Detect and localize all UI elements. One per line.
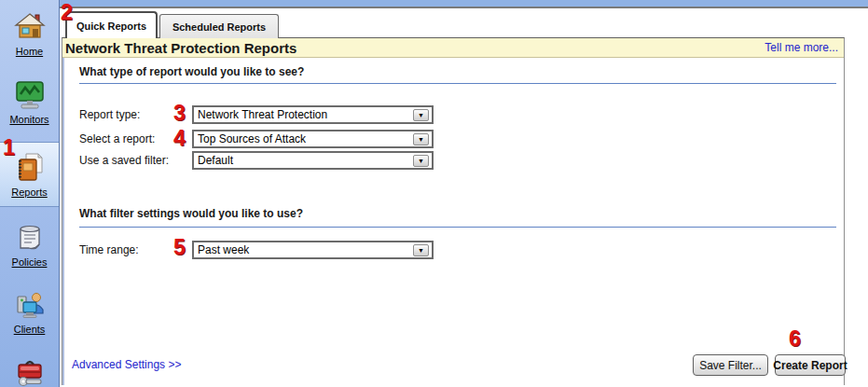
tab-label: Scheduled Reports: [172, 21, 266, 33]
saved-filter-label: Use a saved filter:: [79, 154, 169, 167]
sidebar-item-clients[interactable]: Clients: [0, 289, 59, 335]
navigation-sidebar: Home Monitors Reports Policies: [0, 0, 60, 387]
tab-label: Quick Reports: [76, 21, 146, 32]
policies-icon: [14, 222, 46, 254]
sidebar-item-monitors[interactable]: Monitors: [0, 79, 59, 125]
report-type-value: Network Threat Protection: [194, 108, 413, 121]
report-type-section-heading: What type of report would you like to se…: [79, 65, 304, 78]
filter-section-heading: What filter settings would you like to u…: [79, 207, 303, 220]
sidebar-item-policies[interactable]: Policies: [0, 222, 59, 268]
sidebar-item-label: Home: [16, 46, 43, 57]
admin-toolbox-icon: [14, 356, 46, 387]
advanced-settings-link[interactable]: Advanced Settings >>: [72, 358, 181, 371]
monitors-icon: [14, 79, 46, 111]
panel-content: What type of report would you like to se…: [62, 58, 844, 385]
saved-filter-value: Default: [194, 154, 413, 167]
page-title-bar: Network Threat Protection Reports Tell m…: [62, 38, 844, 58]
report-type-label: Report type:: [79, 108, 140, 121]
saved-filter-dropdown[interactable]: Default ▼: [192, 151, 434, 170]
time-range-label: Time range:: [79, 243, 139, 256]
clients-icon: [14, 289, 46, 321]
chevron-down-icon[interactable]: ▼: [413, 109, 429, 121]
sidebar-item-admin[interactable]: [0, 356, 59, 387]
tab-quick-reports[interactable]: Quick Reports: [65, 11, 158, 38]
chevron-down-icon[interactable]: ▼: [413, 133, 429, 145]
save-filter-button[interactable]: Save Filter...: [693, 354, 768, 376]
sidebar-item-label: Monitors: [9, 114, 48, 125]
chevron-down-icon[interactable]: ▼: [413, 244, 429, 256]
select-report-value: Top Sources of Attack: [194, 132, 413, 145]
tab-scheduled-reports[interactable]: Scheduled Reports: [159, 14, 279, 38]
page-title: Network Threat Protection Reports: [65, 40, 296, 56]
create-report-button[interactable]: Create Report: [775, 354, 846, 376]
sidebar-item-home[interactable]: Home: [0, 11, 59, 57]
home-icon: [14, 11, 46, 43]
report-type-dropdown[interactable]: Network Threat Protection ▼: [192, 105, 434, 124]
sidebar-item-reports[interactable]: Reports: [0, 142, 59, 207]
sidebar-item-label: Reports: [11, 187, 48, 198]
chevron-down-icon[interactable]: ▼: [413, 155, 429, 167]
time-range-value: Past week: [194, 243, 413, 256]
reports-panel: Network Threat Protection Reports Tell m…: [62, 37, 845, 385]
window-top-strip: [0, 0, 868, 8]
sidebar-item-label: Policies: [12, 256, 48, 268]
select-report-dropdown[interactable]: Top Sources of Attack ▼: [192, 130, 434, 148]
select-report-label: Select a report:: [79, 132, 155, 145]
tell-me-more-link[interactable]: Tell me more...: [765, 41, 838, 54]
time-range-dropdown[interactable]: Past week ▼: [192, 241, 434, 259]
reports-icon: [14, 152, 46, 184]
sidebar-item-label: Clients: [14, 324, 46, 335]
section-divider: [79, 83, 836, 84]
section-divider: [79, 227, 836, 228]
